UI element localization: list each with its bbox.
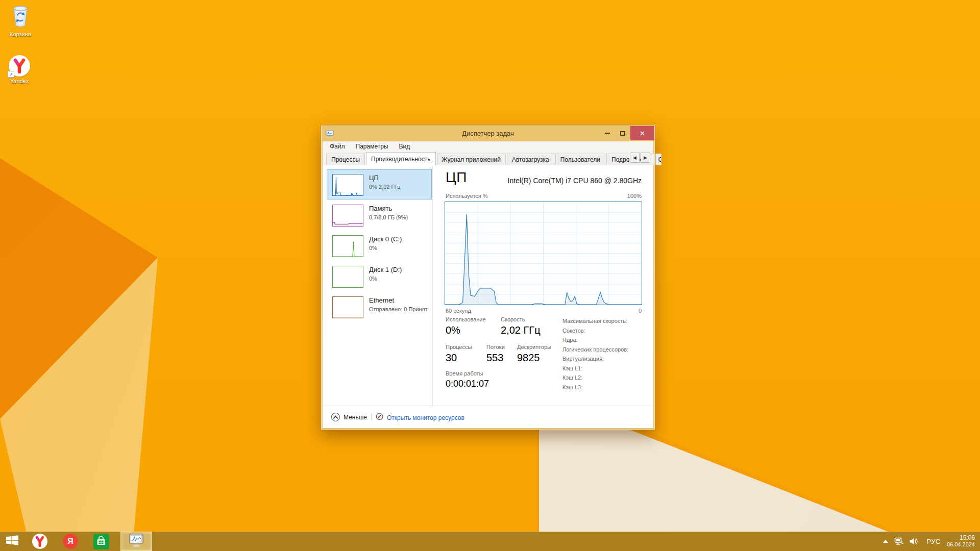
stat-speed-value: 2,02 ГГц [501,324,541,336]
sidebar-tile-disk0[interactable]: Диск 0 (C:) 0% [327,231,432,261]
tile-title: Диск 0 (C:) [369,235,402,243]
sidebar-tile-ethernet[interactable]: Ethernet Отправлено: 0 Принят [327,292,432,322]
stat-handles-value: 9825 [517,352,540,364]
cpu-usage-chart [445,202,642,305]
shortcut-arrow-icon: ↗ [8,71,14,78]
chart-usage-label: Используется % [446,193,488,199]
open-resource-monitor-link[interactable]: Открыть монитор ресурсов [376,413,464,422]
detail-sockets: Сокетов: [562,326,628,336]
stat-processes-label: Процессы [446,344,472,350]
tab-scroll-left-icon[interactable]: ◀ [630,153,640,163]
system-tray: РУС 15:06 06.04.2024 [883,532,977,551]
desktop-icon-recycle-bin[interactable]: Корзина [1,4,40,37]
tile-title: Диск 1 (D:) [369,266,402,273]
yandex-browser-icon [32,534,47,549]
fewer-details-button[interactable]: Меньше [331,413,367,421]
taskbar-task-manager-active[interactable] [120,532,152,551]
disk0-mini-chart [333,236,363,257]
tile-title: ЦП [369,174,379,182]
window-footer: Меньше | Открыть монитор ресурсов [323,406,653,428]
task-manager-icon [129,533,144,549]
start-button[interactable] [0,532,24,551]
tab-performance[interactable]: Производительность [366,152,435,165]
network-icon[interactable] [894,537,904,546]
desktop-icon-label: Корзина [1,31,40,37]
stat-uptime-value: 0:00:01:07 [446,379,489,389]
taskbar-yandex-browser[interactable] [24,532,55,551]
stat-speed-label: Скорость [501,316,525,322]
chart-scale-max: 100% [627,193,642,199]
fewer-details-label: Меньше [344,414,367,421]
tile-subtitle: 0% [369,245,377,251]
desktop-icon-yandex[interactable]: ↗ Yandex [0,55,39,84]
cpu-mini-chart [333,174,363,195]
stat-threads-value: 553 [486,352,503,364]
minimize-button[interactable] [600,126,615,140]
detail-cores: Ядра: [562,335,628,345]
ethernet-mini-chart [333,297,363,318]
tile-subtitle: 0% 2,02 ГГц [369,184,401,190]
clock[interactable]: 15:06 06.04.2024 [947,535,975,548]
task-manager-window: Диспетчер задач ✕ Файл Параметры Вид Про… [321,125,655,430]
memory-mini-chart [333,205,363,226]
stat-usage-value: 0% [446,324,460,336]
tab-strip: Процессы Производительность Журнал прило… [323,152,653,165]
clock-date: 06.04.2024 [947,541,975,548]
desktop: Корзина ↗ Yandex Диспетчер задач [0,0,980,551]
chart-timespan-label: 60 секунд [446,308,471,314]
stat-threads-label: Потоки [486,344,505,350]
tab-scroll-right-icon[interactable]: ▶ [641,153,650,163]
stat-handles-label: Дескрипторы [517,344,551,350]
show-hidden-icons-icon[interactable] [883,540,888,543]
clock-time: 15:06 [947,535,975,541]
tab-services-clipped[interactable]: С. [655,154,662,165]
menu-file[interactable]: Файл [330,143,345,150]
tile-subtitle: Отправлено: 0 Принят [369,306,428,312]
resource-monitor-icon [376,413,383,422]
taskbar: Я [0,532,980,551]
menu-options[interactable]: Параметры [356,143,388,150]
tab-startup[interactable]: Автозагрузка [507,154,554,165]
maximize-button[interactable] [615,126,630,140]
recycle-bin-icon [10,20,31,29]
yandex-ya-icon: Я [63,534,78,549]
detail-cache-l1: Кэш L1: [562,364,628,373]
chevron-up-circle-icon [331,413,340,421]
desktop-icon-label: Yandex [0,78,39,84]
detail-max-speed: Максимальная скорость: [562,316,628,326]
tab-processes[interactable]: Процессы [326,154,365,165]
footer-separator: | [371,412,373,420]
sidebar-tile-memory[interactable]: Память 0,7/8,0 ГБ (9%) [327,200,432,230]
resource-monitor-link-label: Открыть монитор ресурсов [387,414,464,421]
yandex-browser-icon: ↗ [9,55,30,77]
tile-subtitle: 0,7/8,0 ГБ (9%) [369,214,408,220]
sidebar-tile-disk1[interactable]: Диск 1 (D:) 0% [327,261,432,291]
language-indicator[interactable]: РУС [926,538,941,545]
chart-time-zero: 0 [639,308,642,314]
windows-logo-icon [6,534,19,548]
cpu-model-name: Intel(R) Core(TM) i7 CPU 860 @ 2.80GHz [508,177,642,185]
detail-cache-l3: Кэш L3: [562,383,628,392]
taskbar-yandex-app[interactable]: Я [55,532,86,551]
store-icon [93,534,109,549]
tile-title: Память [369,205,392,212]
stat-usage-label: Использование [446,316,486,322]
tab-app-history[interactable]: Журнал приложений [437,154,506,165]
close-button[interactable]: ✕ [630,126,654,140]
menu-bar: Файл Параметры Вид [323,141,653,152]
taskbar-store[interactable] [86,532,116,551]
tile-title: Ethernet [369,296,394,304]
volume-icon[interactable] [909,537,918,545]
detail-logical-processors: Логических процессоров: [562,345,628,355]
tab-users[interactable]: Пользователи [555,154,605,165]
detail-cache-l2: Кэш L2: [562,373,628,383]
titlebar[interactable]: Диспетчер задач ✕ [321,126,655,141]
detail-virtualization: Виртуализация: [562,354,628,364]
cpu-heading: ЦП [446,169,467,186]
sidebar-tile-cpu[interactable]: ЦП 0% 2,02 ГГц [327,169,432,199]
performance-sidebar: ЦП 0% 2,02 ГГц Память 0,7/8,0 ГБ (9%) Ди… [323,165,433,406]
menu-view[interactable]: Вид [399,143,410,150]
tile-subtitle: 0% [369,276,377,282]
disk1-mini-chart [333,266,363,287]
stat-processes-value: 30 [446,352,457,364]
